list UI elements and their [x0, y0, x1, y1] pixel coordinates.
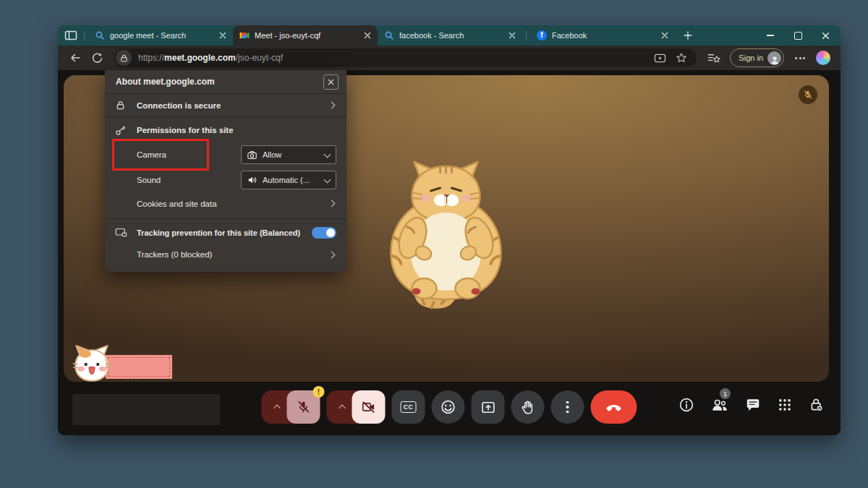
sound-permission-dropdown[interactable]: Automatic (... [241, 171, 336, 189]
minimize-button[interactable] [757, 25, 784, 46]
desktop: google meet - Search Meet - jso-euyt-cqf… [0, 0, 868, 488]
present-button[interactable] [472, 390, 505, 424]
people-icon [711, 398, 728, 412]
permissions-header: Permissions for this site [137, 126, 234, 134]
vertical-dots-icon [566, 401, 569, 414]
mic-warning-badge: ! [313, 386, 325, 398]
lock-gear-icon [809, 397, 825, 413]
grid-icon [778, 398, 792, 412]
tab-separator [84, 31, 85, 40]
chubby-cat-illustration [383, 156, 510, 309]
end-call-button[interactable] [591, 390, 637, 424]
sign-in-button[interactable]: Sign in [730, 48, 784, 67]
tab-close-icon[interactable] [509, 32, 516, 39]
hand-icon [520, 400, 535, 415]
copilot-icon[interactable] [816, 51, 830, 65]
window-controls [757, 25, 839, 46]
tab-facebook-search[interactable]: facebook - Search [378, 25, 522, 46]
sound-label: Sound [137, 176, 161, 184]
camera-permission-dropdown[interactable]: Allow [241, 145, 336, 164]
camera-permission-value: Allow [263, 150, 320, 159]
meet-control-bar: ! CC [262, 390, 637, 424]
participants-button[interactable]: 1 [711, 398, 728, 412]
close-button[interactable] [812, 25, 839, 46]
activities-button[interactable] [778, 398, 792, 412]
chevron-down-icon [324, 176, 331, 183]
captions-button[interactable]: CC [392, 390, 425, 424]
padlock-icon [115, 100, 127, 111]
search-icon [95, 30, 105, 40]
favorite-star-icon[interactable] [672, 50, 691, 66]
tab-title: google meet - Search [110, 31, 214, 40]
browser-window: google meet - Search Meet - jso-euyt-cqf… [58, 25, 841, 435]
restore-button[interactable] [784, 25, 812, 46]
cookies-row[interactable]: Cookies and site data [105, 192, 346, 215]
chevron-right-icon [328, 251, 336, 258]
url-text: https://meet.google.com/jso-euyt-cqf [138, 53, 283, 63]
camera-toggle-button[interactable] [352, 390, 386, 424]
refresh-icon[interactable] [87, 48, 107, 67]
tab-separator [526, 31, 527, 40]
meeting-details-button[interactable] [678, 397, 694, 413]
favorites-list-icon[interactable] [704, 48, 724, 67]
camera-control-group [327, 390, 386, 424]
camera-off-icon [362, 400, 376, 414]
facebook-icon: f [537, 30, 547, 40]
tab-close-icon[interactable] [219, 32, 226, 39]
tab-title: Meet - jso-euyt-cqf [255, 31, 359, 40]
tab-facebook[interactable]: f Facebook [530, 25, 675, 46]
address-bar[interactable]: https://meet.google.com/jso-euyt-cqf [114, 48, 697, 67]
search-icon [384, 30, 394, 40]
chat-button[interactable] [745, 397, 761, 413]
new-tab-icon[interactable] [684, 31, 692, 40]
sign-in-label: Sign in [739, 53, 763, 62]
chevron-up-icon [273, 405, 281, 412]
trackers-row[interactable]: Trackers (0 blocked) [105, 244, 346, 265]
chevron-right-icon [328, 200, 336, 207]
tab-bar: google meet - Search Meet - jso-euyt-cqf… [58, 25, 841, 46]
divider [105, 218, 346, 219]
present-icon [480, 400, 495, 415]
back-icon[interactable] [65, 48, 85, 67]
raise-hand-button[interactable] [511, 390, 545, 424]
tab-actions-icon[interactable] [64, 30, 77, 41]
tab-title: facebook - Search [399, 31, 503, 40]
tab-close-icon[interactable] [364, 32, 371, 39]
meet-favicon-icon [239, 30, 250, 40]
cookies-label: Cookies and site data [137, 200, 217, 208]
chat-icon [745, 397, 761, 413]
connection-secure-row[interactable]: Connection is secure [105, 94, 346, 116]
host-controls-button[interactable] [809, 397, 825, 413]
popup-close-button[interactable] [323, 74, 339, 90]
tracking-prevention-row: Tracking prevention for this site (Balan… [105, 222, 346, 244]
chevron-up-icon [339, 405, 346, 412]
smiley-icon [441, 399, 456, 415]
tracking-toggle[interactable] [312, 227, 336, 239]
cat-name-sticker [71, 344, 187, 389]
more-options-button[interactable] [551, 390, 584, 424]
sound-permission-value: Automatic (... [263, 176, 320, 184]
site-lock-icon[interactable] [116, 50, 132, 66]
key-icon [115, 124, 127, 136]
popup-title: About meet.google.com [116, 77, 215, 87]
call-end-icon [605, 398, 624, 416]
divider [105, 116, 346, 117]
mic-muted-indicator-icon [799, 85, 817, 104]
mic-toggle-button[interactable]: ! [287, 390, 320, 424]
mic-off-icon [297, 400, 311, 414]
popup-header: About meet.google.com [105, 70, 346, 93]
sticker-cat-icon [71, 344, 113, 385]
tracking-label: Tracking prevention for this site (Balan… [137, 228, 300, 237]
connection-label: Connection is secure [137, 101, 221, 110]
tab-close-icon[interactable] [661, 32, 668, 39]
meet-right-controls: 1 [678, 397, 825, 413]
sound-permission-row: Sound Automatic (... [105, 168, 346, 192]
settings-more-icon[interactable] [790, 57, 810, 59]
participants-count-badge: 1 [720, 388, 731, 399]
reactions-button[interactable] [432, 390, 465, 424]
web-capture-icon[interactable] [650, 50, 669, 66]
tab-google-meet-search[interactable]: google meet - Search [88, 25, 233, 46]
tracking-prevention-icon [115, 227, 127, 239]
tab-meet-active[interactable]: Meet - jso-euyt-cqf [233, 25, 378, 46]
meeting-info-box [72, 394, 220, 425]
